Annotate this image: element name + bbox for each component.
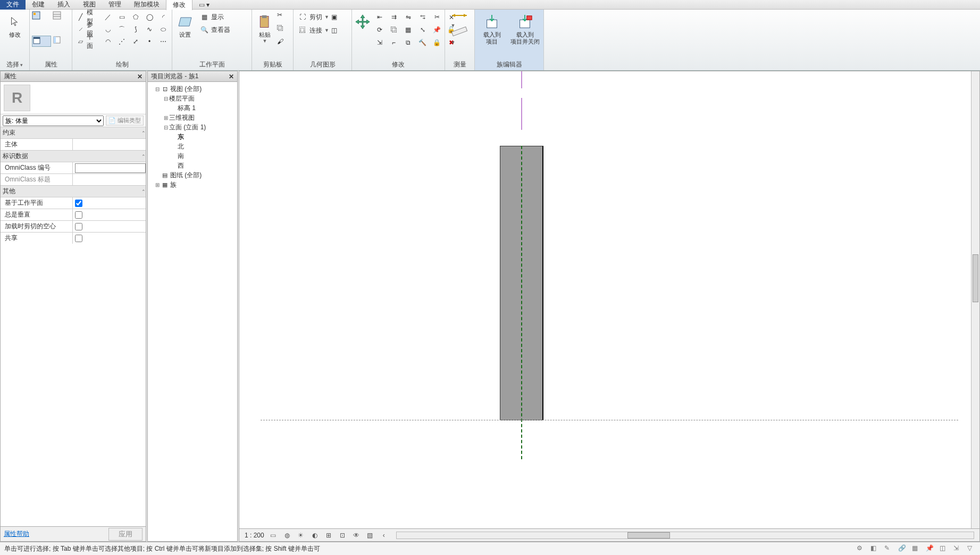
properties-help-link[interactable]: 属性帮助 — [4, 529, 29, 539]
cut-voids-checkbox[interactable] — [75, 223, 82, 230]
measure-button[interactable]: ▼ — [451, 26, 469, 39]
split-gap-icon[interactable]: ⧉ — [401, 37, 415, 48]
group-identity[interactable]: 标识数据⌃ — [1, 150, 146, 162]
set-workplane-button[interactable]: 设置 — [174, 11, 196, 38]
paste-button[interactable]: 粘贴▼ — [254, 11, 275, 44]
canvas-horizontal-scrollbar[interactable] — [396, 532, 974, 539]
filter-icon[interactable]: ▽ — [967, 544, 976, 553]
join-geometry-button[interactable]: ⿴连接 ▼ ◫ — [296, 24, 339, 36]
draw-partial-ellipse-icon[interactable]: ◠ — [102, 36, 114, 47]
lock-icon[interactable]: 🔒 — [430, 37, 443, 48]
view-canvas[interactable] — [239, 71, 979, 528]
always-vertical-checkbox[interactable] — [75, 211, 82, 219]
tree-east[interactable]: 东 — [149, 132, 236, 142]
load-into-project-button[interactable]: 载入到 项目 — [477, 11, 507, 45]
visual-style-icon[interactable]: ◍ — [282, 531, 292, 540]
draw-point-icon[interactable]: • — [143, 36, 156, 47]
workplane-based-checkbox[interactable] — [75, 200, 82, 207]
menu-create[interactable]: 创建 — [26, 0, 51, 10]
draw-line-icon[interactable]: ／ — [102, 11, 114, 23]
cut-geometry-button[interactable]: ⛶剪切 ▼ ▣ — [296, 11, 339, 23]
cope-icon[interactable]: ▣ — [331, 13, 337, 21]
design-options-icon[interactable]: ◧ — [870, 544, 879, 553]
move-button[interactable] — [354, 11, 371, 30]
menu-addins[interactable]: 附加模块 — [128, 0, 166, 10]
draw-more-icon[interactable]: ⋯ — [157, 36, 170, 47]
tree-3dviews[interactable]: ⊞三维视图 — [149, 113, 236, 122]
offset-icon[interactable]: ⇉ — [387, 11, 400, 23]
view-scale[interactable]: 1 : 200 — [245, 532, 264, 539]
select-links-icon[interactable]: 🔗 — [898, 544, 907, 553]
edit-type-button[interactable]: 📄 编辑类型 — [106, 115, 144, 126]
properties-palette-button[interactable] — [32, 36, 51, 47]
mirror-draw-icon[interactable]: ⥃ — [416, 11, 429, 23]
draw-ellipse-icon[interactable]: ⬭ — [157, 23, 170, 35]
canvas-vertical-scrollbar[interactable] — [971, 71, 979, 528]
draw-arc-start-icon[interactable]: ◜ — [157, 11, 170, 23]
tree-west[interactable]: 西 — [149, 161, 236, 170]
drag-elements-icon[interactable]: ⇲ — [953, 544, 962, 553]
v-scroll-thumb[interactable] — [973, 254, 978, 302]
draw-rect-icon[interactable]: ▭ — [115, 11, 128, 23]
tree-north[interactable]: 北 — [149, 142, 236, 151]
properties-button[interactable] — [32, 11, 51, 21]
apply-button[interactable]: 应用 — [108, 528, 143, 541]
aligned-dim-button[interactable]: ▼ — [451, 11, 469, 24]
project-browser-button[interactable] — [53, 36, 72, 46]
trim-corner-icon[interactable]: ⌐ — [387, 37, 400, 48]
menu-manage[interactable]: 管理 — [102, 0, 128, 10]
match-type-button[interactable]: 🖌 — [277, 38, 289, 49]
workplane-viewer-button[interactable]: 🔍查看器 — [197, 24, 232, 36]
draw-pick-lines-icon[interactable]: ⤢ — [129, 36, 142, 47]
demolish-icon[interactable]: 🔨 — [416, 37, 429, 48]
type-selector[interactable]: 族: 体量 — [3, 115, 104, 126]
split-icon[interactable]: ✂ — [430, 11, 443, 23]
tree-families[interactable]: ⊞▦族 — [149, 180, 236, 189]
copy-button[interactable]: ⿻ — [277, 24, 289, 36]
family-types-button[interactable] — [53, 11, 72, 21]
properties-titlebar[interactable]: 属性 ✕ — [1, 71, 146, 82]
show-workplane-button[interactable]: ▦显示 — [197, 11, 232, 23]
ribbon-label-select[interactable]: 选择 — [2, 59, 27, 70]
tree-level1[interactable]: 标高 1 — [149, 103, 236, 113]
sun-path-icon[interactable]: ☀ — [296, 531, 306, 540]
tree-views[interactable]: ⊟⊡视图 (全部) — [149, 84, 236, 94]
scale-icon[interactable]: ⤡ — [416, 24, 429, 36]
tree-elevations[interactable]: ⊟立面 (立面 1) — [149, 122, 236, 132]
browser-close-icon[interactable]: ✕ — [229, 73, 234, 80]
menu-modify[interactable]: 修改 — [166, 0, 192, 10]
worksets-icon[interactable]: ⚙ — [857, 544, 865, 553]
cut-button[interactable]: ✂ — [277, 11, 289, 23]
editable-only-icon[interactable]: ✎ — [884, 544, 893, 553]
draw-polygon-icon[interactable]: ⬠ — [129, 11, 142, 23]
split-face-icon[interactable]: ◫ — [331, 27, 337, 34]
tree-floorplans[interactable]: ⊟楼层平面 — [149, 94, 236, 103]
draw-spline-icon[interactable]: ∿ — [143, 23, 156, 35]
show-crop-icon[interactable]: ⊡ — [338, 531, 347, 540]
menu-overflow[interactable]: ▭ ▾ — [192, 1, 216, 9]
temp-hide-icon[interactable]: 👁 — [351, 531, 361, 540]
copy-tool-icon[interactable]: ⿻ — [387, 24, 400, 36]
select-underlay-icon[interactable]: ▦ — [912, 544, 920, 553]
pin-icon[interactable]: 📌 — [430, 24, 443, 36]
crop-view-icon[interactable]: ⊞ — [324, 531, 333, 540]
group-constraints[interactable]: 约束⌃ — [1, 127, 146, 138]
browser-titlebar[interactable]: 项目浏览器 - 族1 ✕ — [148, 71, 237, 82]
array-icon[interactable]: ▦ — [401, 24, 415, 36]
group-other[interactable]: 其他⌃ — [1, 185, 146, 197]
tree-sheets[interactable]: ▤图纸 (全部) — [149, 170, 236, 180]
h-scroll-thumb[interactable] — [627, 532, 670, 539]
draw-fillet-icon[interactable]: ⟆ — [129, 23, 142, 35]
menu-insert[interactable]: 插入 — [51, 0, 77, 10]
draw-spline-points-icon[interactable]: ⋰ — [115, 36, 128, 47]
reference-plane-button[interactable]: ▱平面 — [74, 36, 99, 47]
mirror-axis-icon[interactable]: ⇋ — [401, 11, 415, 23]
menu-file[interactable]: 文件 — [0, 0, 26, 10]
properties-close-icon[interactable]: ✕ — [137, 73, 143, 80]
extend-icon[interactable]: ⇲ — [373, 37, 386, 48]
draw-circle-icon[interactable]: ◯ — [143, 11, 156, 23]
detail-level-icon[interactable]: ▭ — [269, 531, 278, 540]
shared-checkbox[interactable] — [75, 235, 82, 242]
align-icon[interactable]: ⇤ — [373, 11, 386, 23]
select-pinned-icon[interactable]: 📌 — [926, 544, 934, 553]
